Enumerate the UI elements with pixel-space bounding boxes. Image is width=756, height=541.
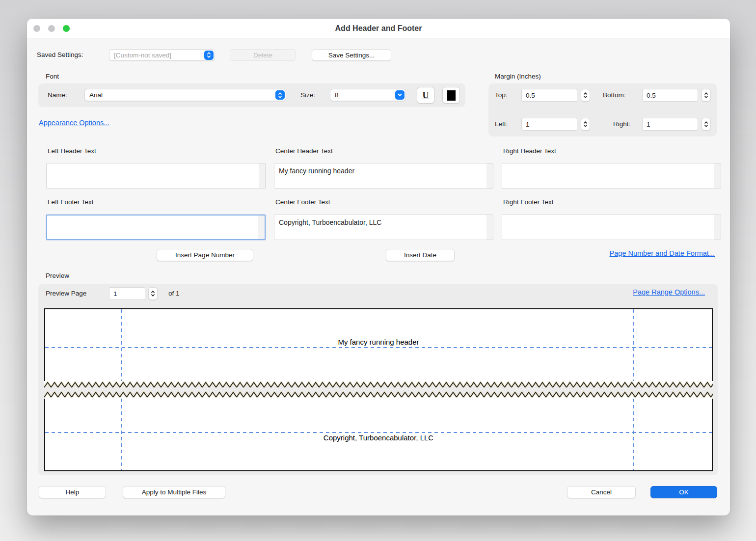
- right-footer-textarea[interactable]: [502, 215, 721, 240]
- margin-top-stepper[interactable]: [581, 89, 590, 102]
- margin-bottom-label: Bottom:: [603, 91, 626, 99]
- tear-zigzag-bottom: [44, 391, 713, 399]
- preview-header-text: My fancy running header: [45, 338, 712, 347]
- saved-settings-value: [Custom-not saved]: [114, 52, 204, 59]
- preview-footer-text: Copyright, Turboencabulator, LLC: [45, 433, 712, 442]
- margin-bottom-input[interactable]: [642, 89, 698, 102]
- preview-page-label: Preview Page: [46, 290, 86, 298]
- font-size-label: Size:: [300, 91, 315, 99]
- save-settings-button[interactable]: Save Settings...: [312, 49, 391, 61]
- left-header-textarea[interactable]: [46, 163, 266, 189]
- preview-page-canvas: My fancy running header Copyright, Turbo…: [44, 308, 713, 471]
- margin-section-label: Margin (Inches): [495, 73, 541, 81]
- margin-left-input[interactable]: [521, 118, 577, 131]
- preview-page-count-label: of 1: [168, 290, 180, 298]
- right-header-textarea[interactable]: [502, 163, 721, 189]
- center-footer-textarea[interactable]: Copyright, Turboencabulator, LLC: [274, 215, 493, 240]
- cancel-button[interactable]: Cancel: [567, 486, 636, 498]
- ok-button[interactable]: OK: [650, 486, 717, 498]
- dialog-title: Add Header and Footer: [27, 19, 730, 38]
- margin-right-label: Right:: [613, 120, 630, 128]
- title-bar: Add Header and Footer: [27, 19, 730, 38]
- margin-left-label: Left:: [495, 120, 508, 128]
- apply-to-multiple-files-button[interactable]: Apply to Multiple Files: [123, 486, 225, 498]
- underline-u-glyph: U: [423, 91, 429, 100]
- page-number-date-format-link[interactable]: Page Number and Date Format...: [610, 249, 715, 258]
- saved-settings-label: Saved Settings:: [37, 51, 83, 59]
- tear-zigzag-top: [44, 381, 713, 388]
- font-name-value: Arial: [89, 91, 275, 99]
- left-footer-label: Left Footer Text: [48, 198, 94, 206]
- insert-page-number-button[interactable]: Insert Page Number: [157, 249, 253, 261]
- right-header-label: Right Header Text: [503, 147, 556, 155]
- center-header-label: Center Header Text: [275, 147, 333, 155]
- font-name-label: Name:: [48, 91, 67, 99]
- margin-bottom-stepper[interactable]: [702, 89, 711, 102]
- margin-top-label: Top:: [495, 91, 508, 99]
- right-footer-label: Right Footer Text: [503, 198, 554, 206]
- center-footer-label: Center Footer Text: [275, 198, 330, 206]
- top-margin-guide: [45, 347, 712, 348]
- color-swatch-black: [447, 90, 456, 101]
- font-size-value: 8: [335, 91, 395, 99]
- delete-button[interactable]: Delete: [230, 49, 296, 61]
- underline-button[interactable]: U: [417, 87, 434, 104]
- preview-section-label: Preview: [46, 272, 69, 280]
- page-tear-divider: [44, 381, 713, 399]
- left-footer-textarea[interactable]: [46, 215, 266, 240]
- appearance-options-link[interactable]: Appearance Options...: [39, 119, 109, 127]
- insert-date-button[interactable]: Insert Date: [386, 249, 455, 261]
- font-name-dropdown[interactable]: Arial: [84, 89, 286, 101]
- page-range-options-link[interactable]: Page Range Options...: [633, 288, 705, 297]
- margin-left-stepper[interactable]: [581, 118, 590, 131]
- saved-settings-dropdown[interactable]: [Custom-not saved]: [109, 49, 215, 61]
- chevron-up-down-icon: [275, 90, 285, 100]
- chevron-up-down-icon: [204, 51, 214, 60]
- margin-right-input[interactable]: [642, 118, 698, 131]
- chevron-down-icon: [395, 90, 405, 100]
- bottom-margin-guide: [45, 432, 712, 433]
- help-button[interactable]: Help: [39, 486, 106, 498]
- add-header-footer-dialog: Add Header and Footer Saved Settings: [C…: [27, 19, 730, 515]
- font-color-button[interactable]: [442, 87, 460, 104]
- font-size-dropdown[interactable]: 8: [330, 89, 406, 101]
- center-header-textarea[interactable]: My fancy running header: [274, 163, 493, 189]
- margin-top-input[interactable]: [521, 89, 577, 102]
- preview-page-stepper[interactable]: [148, 287, 158, 300]
- preview-page-input[interactable]: [109, 287, 145, 300]
- font-section-label: Font: [46, 73, 59, 81]
- left-header-label: Left Header Text: [48, 147, 96, 155]
- margin-right-stepper[interactable]: [702, 118, 711, 131]
